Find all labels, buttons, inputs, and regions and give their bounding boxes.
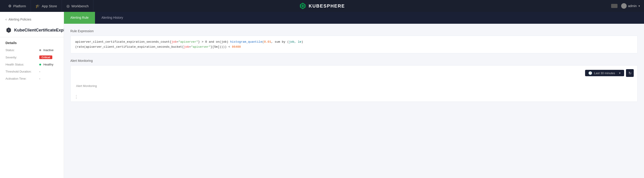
monitoring-section-title: Alert Monitoring [70, 59, 638, 62]
avatar [621, 3, 627, 9]
refresh-icon: ↻ [628, 71, 632, 75]
tab-alerting-rule-label: Alerting Rule [70, 16, 88, 19]
status-dot-inactive [39, 49, 41, 51]
gear-icon: ⚙ [8, 4, 12, 8]
page-title-row: KubeClientCertificateExpiration [0, 25, 64, 37]
refresh-button[interactable]: ↻ [626, 69, 634, 77]
status-label: Status: [6, 48, 38, 52]
theme-toggle[interactable] [611, 4, 618, 8]
threshold-label: Threshold Duration: [6, 70, 38, 73]
status-value: Inactive [39, 48, 54, 52]
chevron-down-icon: ▼ [638, 5, 640, 7]
appstore-icon: 🎓 [36, 4, 40, 8]
code-line-1: apiserver_client_certificate_expiration_… [75, 39, 633, 44]
monitoring-box: 🕐 Last 30 minutes ▼ ↻ Alert Monitoring ⋮ [70, 65, 638, 102]
tab-alerting-history-label: Alerting History [102, 16, 123, 19]
activation-row: Activation Time: - [6, 77, 58, 80]
back-label: Alerting Policies [8, 17, 31, 21]
back-arrow-icon: ‹ [6, 17, 6, 21]
health-row: Health Status: Healthy [6, 63, 58, 66]
severity-row: Severity: Critical [6, 55, 58, 59]
sidebar-divider [0, 37, 64, 37]
logo-icon [299, 2, 306, 9]
appstore-label: App Store [42, 4, 57, 8]
clock-icon: 🕐 [588, 71, 592, 75]
activation-label: Activation Time: [6, 77, 38, 80]
nav-workbench[interactable]: ◎ Workbench [62, 0, 94, 12]
threshold-row: Threshold Duration: - [6, 70, 58, 73]
health-text: Healthy [44, 63, 54, 66]
back-button[interactable]: ‹ Alerting Policies [0, 15, 64, 23]
logo: KUBESPHERE [299, 2, 345, 9]
nav-right: admin ▼ [611, 3, 640, 9]
code-func-rate: apiserver_client_certificate_expiration_… [86, 45, 182, 49]
workbench-label: Workbench [72, 4, 89, 8]
rule-expression-block: apiserver_client_certificate_expiration_… [70, 36, 638, 53]
workbench-icon: ◎ [66, 4, 70, 8]
monitoring-chart-label: Alert Monitoring [74, 80, 634, 92]
chevron-down-icon: ▼ [619, 72, 621, 74]
content-area: Rule Expression apiserver_client_certifi… [64, 24, 644, 107]
activation-value: - [39, 77, 40, 80]
nav-platform[interactable]: ⚙ Platform [4, 0, 31, 12]
monitoring-expand-icon[interactable]: ⋮ [74, 94, 79, 99]
time-range-selector[interactable]: 🕐 Last 30 minutes ▼ [585, 70, 624, 76]
svg-marker-5 [8, 29, 10, 31]
admin-menu[interactable]: admin ▼ [621, 3, 640, 9]
threshold-value: - [39, 70, 40, 73]
details-section: Details Status: Inactive Severity: Criti… [0, 41, 64, 80]
health-dot [39, 64, 41, 65]
main-layout: ‹ Alerting Policies KubeClientCertificat… [0, 12, 644, 178]
code-line-2: (rate(apiserver_client_certificate_expir… [75, 44, 633, 49]
status-text: Inactive [44, 48, 54, 52]
sidebar: ‹ Alerting Policies KubeClientCertificat… [0, 12, 64, 178]
nav-left: ⚙ Platform 🎓 App Store ◎ Workbench [4, 0, 94, 12]
top-navigation: ⚙ Platform 🎓 App Store ◎ Workbench KUBES… [0, 0, 644, 12]
health-label: Health Status: [6, 63, 38, 66]
tabs-bar: Alerting Rule Alerting History [64, 12, 644, 24]
logo-text: KUBESPHERE [309, 3, 345, 9]
tab-alerting-rule[interactable]: Alerting Rule [64, 12, 95, 24]
rule-expression-title: Rule Expression [70, 29, 638, 33]
tab-alerting-history[interactable]: Alerting History [95, 12, 130, 24]
monitoring-toolbar: 🕐 Last 30 minutes ▼ ↻ [74, 69, 634, 77]
severity-badge: Critical [39, 55, 52, 59]
policy-icon [6, 27, 12, 33]
time-range-label: Last 30 minutes [594, 71, 615, 75]
code-func-main: apiserver_client_certificate_expiration_… [75, 40, 170, 44]
severity-label: Severity: [6, 56, 38, 59]
details-heading: Details [6, 41, 58, 45]
platform-label: Platform [13, 4, 26, 8]
health-value: Healthy [39, 63, 54, 66]
main-content: Alerting Rule Alerting History Rule Expr… [64, 12, 644, 178]
nav-appstore[interactable]: 🎓 App Store [31, 0, 62, 12]
status-row: Status: Inactive [6, 48, 58, 52]
admin-label: admin [628, 4, 637, 8]
